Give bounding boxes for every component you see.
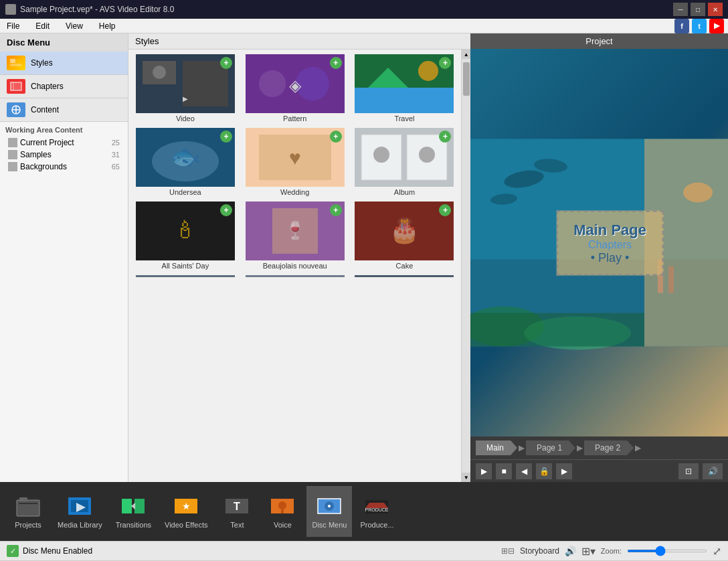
sidebar-btn-content[interactable]: Content xyxy=(0,98,128,122)
add-undersea-btn[interactable]: + xyxy=(220,131,232,143)
menu-view[interactable]: View xyxy=(63,20,86,32)
toolbar-projects[interactable]: Projects xyxy=(7,486,50,537)
main-layout: Disc Menu Styles Chapters Content Workin… xyxy=(0,33,728,482)
storyboard-label: Storyboard xyxy=(520,546,559,556)
toolbar-media-library[interactable]: Media Library xyxy=(52,486,108,537)
sidebar-item-backgrounds[interactable]: Backgrounds 65 xyxy=(5,161,122,173)
style-item-extra2[interactable]: + xyxy=(241,273,349,277)
style-item-video[interactable]: ▶ + Video xyxy=(131,52,240,125)
close-button[interactable]: ✕ xyxy=(708,3,723,16)
toolbar-voice[interactable]: Voice xyxy=(261,486,304,537)
menu-file[interactable]: File xyxy=(4,20,22,32)
disc-menu-icon xyxy=(316,494,343,518)
add-allsaints-btn[interactable]: + xyxy=(220,204,232,216)
style-item-cake[interactable]: 🎂 + Cake xyxy=(351,199,459,272)
style-item-allsaints[interactable]: 🕯 + All Saints' Day xyxy=(131,199,240,272)
project-panel: Project xyxy=(470,33,728,482)
style-cake-label: Cake xyxy=(396,262,414,270)
svg-rect-51 xyxy=(17,500,39,516)
disc-menu-label: Disc Menu xyxy=(312,521,347,529)
tab-page2[interactable]: Page 2 xyxy=(584,440,634,455)
add-wedding-btn[interactable]: + xyxy=(330,131,342,143)
style-item-extra3[interactable]: + xyxy=(351,273,459,277)
center-panel: Styles ▶ + Video ◈ + Pattern xyxy=(128,33,470,482)
svg-point-45 xyxy=(683,183,713,203)
fit-button[interactable]: ⊡ xyxy=(678,463,699,479)
toolbar-transitions[interactable]: Transitions xyxy=(110,486,157,537)
svg-text:🍷: 🍷 xyxy=(284,220,306,241)
chapters-icon xyxy=(7,79,25,94)
produce-icon: PRODUCE xyxy=(363,494,390,518)
sidebar-item-samples[interactable]: Samples 31 xyxy=(5,149,122,161)
preview-menu-box: Main Page Chapters • Play • xyxy=(556,210,664,275)
svg-text:◈: ◈ xyxy=(289,76,302,94)
video-effects-icon: ★ xyxy=(173,494,199,518)
disc-menu-bar: ✓ Disc Menu Enabled ⊞⊟ Storyboard 🔊 ⊞▾ Z… xyxy=(0,541,728,561)
maximize-button[interactable]: □ xyxy=(691,3,705,16)
grid-view-icon[interactable]: ⊞▾ xyxy=(581,545,596,558)
menu-edit[interactable]: Edit xyxy=(33,20,52,32)
svg-point-14 xyxy=(259,70,286,97)
svg-point-10 xyxy=(153,66,166,79)
toolbar-produce[interactable]: PRODUCE Produce... xyxy=(355,486,399,537)
content-icon xyxy=(7,102,25,117)
styles-scrollbar[interactable]: ▲ ▼ xyxy=(461,50,470,482)
style-item-travel[interactable]: + Travel xyxy=(351,52,459,125)
add-beaujolais-btn[interactable]: + xyxy=(330,204,342,216)
text-label: Text xyxy=(230,521,244,529)
tab-main[interactable]: Main xyxy=(476,440,517,455)
add-video-btn[interactable]: + xyxy=(220,57,232,69)
style-item-extra1[interactable]: + xyxy=(131,273,240,277)
play-button[interactable]: ▶ xyxy=(476,463,492,479)
style-item-beaujolais[interactable]: 🍷 + Beaujolais nouveau xyxy=(241,199,349,272)
svg-rect-53 xyxy=(19,497,27,501)
projects-icon xyxy=(15,494,41,518)
expand-icon[interactable]: ⤢ xyxy=(713,545,721,558)
style-item-wedding[interactable]: ♥ + Wedding xyxy=(241,126,349,198)
stop-button[interactable]: ■ xyxy=(496,463,512,479)
menu-help[interactable]: Help xyxy=(96,20,118,32)
svg-text:🐟: 🐟 xyxy=(170,142,200,171)
sidebar-btn-chapters[interactable]: Chapters xyxy=(0,75,128,98)
style-item-album[interactable]: + Album xyxy=(351,126,459,198)
svg-rect-59 xyxy=(134,499,145,513)
project-header: Project xyxy=(470,33,728,49)
style-item-pattern[interactable]: ◈ + Pattern xyxy=(241,52,349,125)
app-title: Sample Project.vep* - AVS Video Editor 8… xyxy=(5,4,174,15)
svg-text:T: T xyxy=(234,501,241,512)
svg-rect-2 xyxy=(10,64,21,66)
styles-icon xyxy=(7,56,25,70)
svg-point-66 xyxy=(278,501,286,509)
facebook-button[interactable]: f xyxy=(674,19,689,33)
zoom-slider[interactable] xyxy=(627,550,707,552)
tab-page1[interactable]: Page 1 xyxy=(526,440,575,455)
sidebar-item-current-project[interactable]: Current Project 25 xyxy=(5,137,122,149)
style-undersea-label: Undersea xyxy=(169,188,201,196)
zoom-label: Zoom: xyxy=(601,547,622,555)
toolbar-disc-menu[interactable]: Disc Menu xyxy=(306,486,352,537)
produce-label: Produce... xyxy=(360,521,393,529)
menu-main-page: Main Page xyxy=(573,221,646,238)
minimize-button[interactable]: ─ xyxy=(673,3,688,16)
working-area-title: Working Area Content xyxy=(5,126,122,134)
media-library-label: Media Library xyxy=(58,521,102,529)
toolbar-video-effects[interactable]: ★ Video Effects xyxy=(159,486,213,537)
twitter-button[interactable]: t xyxy=(692,19,707,33)
style-item-undersea[interactable]: 🐟 + Undersea xyxy=(131,126,240,198)
youtube-button[interactable]: ▶ xyxy=(709,19,724,33)
sidebar-btn-styles[interactable]: Styles xyxy=(0,52,128,75)
volume-button[interactable]: 🔊 xyxy=(703,463,723,479)
next-button[interactable]: ▶ xyxy=(556,463,572,479)
projects-label: Projects xyxy=(15,521,41,529)
svg-text:♥: ♥ xyxy=(289,147,301,169)
video-effects-label: Video Effects xyxy=(165,521,207,529)
menu-play: • Play • xyxy=(573,250,646,264)
disc-menu-enabled-label: Disc Menu Enabled xyxy=(23,546,92,556)
toolbar-text[interactable]: T Text xyxy=(215,486,258,537)
prev-button[interactable]: ◀ xyxy=(516,463,532,479)
toolbar: Projects Media Library Transitions ★ Vid… xyxy=(0,482,728,541)
lock-button[interactable]: 🔒 xyxy=(536,463,552,479)
add-pattern-btn[interactable]: + xyxy=(330,57,342,69)
styles-header: Styles xyxy=(128,33,470,50)
svg-text:▶: ▶ xyxy=(183,95,188,102)
